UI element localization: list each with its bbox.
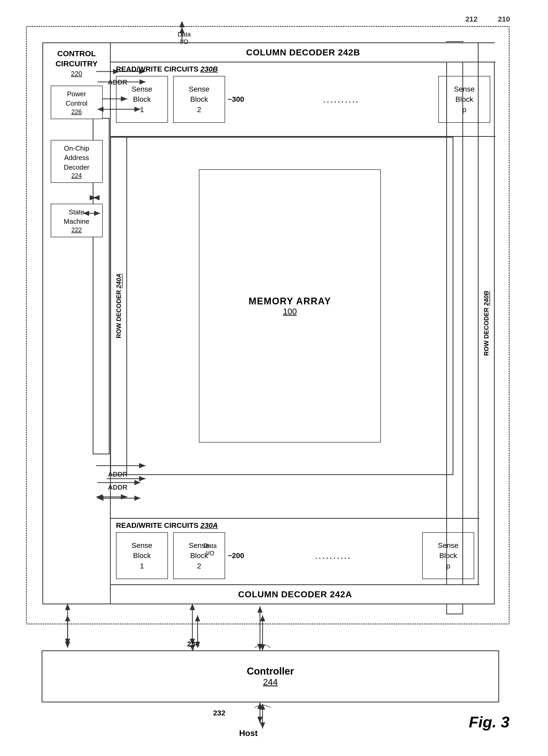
control-panel: CONTROL CIRCUITRY 220 Power Control 226 …: [43, 43, 111, 604]
label-234: 234: [187, 640, 200, 648]
controller-box: Controller 244: [42, 650, 499, 702]
bottom-section: READ/WRITE CIRCUITS 230A SenseBlock1 Sen…: [111, 518, 479, 604]
sense-block-b-2: SenseBlock2: [173, 76, 225, 123]
svg-marker-61: [260, 704, 265, 710]
inner-box: CONTROL CIRCUITRY 220 Power Control 226 …: [42, 42, 495, 604]
dots-a: ..........: [249, 550, 417, 561]
controller-number: 244: [263, 677, 278, 687]
svg-marker-60: [260, 722, 265, 728]
data-io-top-label: DataI/O: [178, 31, 191, 46]
on-chip-box: On-Chip Address Decoder 224: [51, 140, 103, 183]
label-210: 210: [498, 15, 510, 23]
svg-marker-33: [258, 717, 263, 723]
svg-marker-22: [65, 639, 70, 645]
top-section: COLUMN DECODER 242B READ/WRITE CIRCUITS …: [111, 43, 495, 137]
power-control-box: Power Control 226: [51, 86, 103, 119]
column-decoder-a: COLUMN DECODER 242A: [111, 584, 479, 604]
controller-title: Controller: [247, 666, 294, 677]
rw-a-container: READ/WRITE CIRCUITS 230A SenseBlock1 Sen…: [111, 519, 479, 584]
svg-marker-30: [258, 644, 263, 650]
memory-array-title: MEMORY ARRAY: [249, 296, 331, 307]
memory-array-outer: MEMORY ARRAY 100: [126, 137, 453, 475]
data-io-bottom-label: DataI/O: [204, 542, 217, 557]
row-decoder-b-label: ROW DECODER 240B: [483, 291, 490, 356]
sense-b-ref: ~300: [228, 95, 244, 104]
row-decoder-a: ROW DECODER 240A: [110, 137, 126, 475]
sense-block-a-2: SenseBlock2: [173, 532, 225, 579]
power-control-text: Power Control: [54, 89, 100, 108]
svg-marker-34: [258, 702, 263, 709]
sense-blocks-b-row: SenseBlock1 SenseBlock2 ~300 .......... …: [113, 76, 493, 125]
rw-b-container: READ/WRITE CIRCUITS 230B SenseBlock1 Sen…: [111, 62, 495, 128]
rw-a-label: READ/WRITE CIRCUITS 230A: [113, 521, 477, 530]
sense-blocks-a-row: SenseBlock1 SenseBlock2 ~200 .......... …: [113, 532, 477, 582]
sense-block-a-1: SenseBlock1: [116, 532, 168, 579]
state-machine-text: State Machine: [54, 207, 100, 226]
power-control-number: 226: [54, 108, 100, 116]
svg-marker-51: [65, 642, 70, 648]
addr-label-bottom1: ADDR: [108, 470, 127, 478]
rw-b-label: READ/WRITE CIRCUITS 230B: [113, 65, 493, 73]
row-decoder-a-label: ROW DECODER 240A: [115, 273, 123, 338]
dots-b: ..........: [249, 94, 433, 105]
on-chip-text: On-Chip Address Decoder: [54, 144, 100, 172]
label-232: 232: [213, 709, 226, 717]
svg-marker-57: [260, 644, 265, 650]
label-212: 212: [465, 15, 478, 23]
sense-a-ref: ~200: [228, 552, 244, 560]
addr-label-bottom2: ADDR: [108, 483, 127, 491]
column-decoder-b: COLUMN DECODER 242B: [111, 43, 495, 62]
state-machine-box: State Machine 222: [51, 204, 103, 237]
diagram-container: 212 210 CONTROL CIRCUITRY 220 Power Cont…: [16, 16, 530, 739]
fig-label: Fig. 3: [469, 713, 510, 731]
outer-box: 212 210 CONTROL CIRCUITRY 220 Power Cont…: [26, 26, 510, 624]
on-chip-number: 224: [54, 172, 100, 179]
host-label: Host: [239, 728, 258, 738]
memory-array-number: 100: [283, 307, 296, 316]
column-decoder-b-label: COLUMN DECODER 242B: [246, 47, 360, 57]
memory-array-inner: MEMORY ARRAY 100: [199, 169, 381, 443]
addr-label-top: ADDR: [108, 78, 127, 86]
control-circuitry-number: 220: [71, 70, 82, 78]
sense-block-a-p: SenseBlockp: [422, 532, 474, 579]
state-machine-number: 222: [54, 226, 100, 234]
column-decoder-a-label: COLUMN DECODER 242A: [238, 589, 352, 599]
row-decoder-b: ROW DECODER 240B: [478, 43, 494, 604]
control-circuitry-title: CONTROL CIRCUITRY: [43, 48, 110, 69]
